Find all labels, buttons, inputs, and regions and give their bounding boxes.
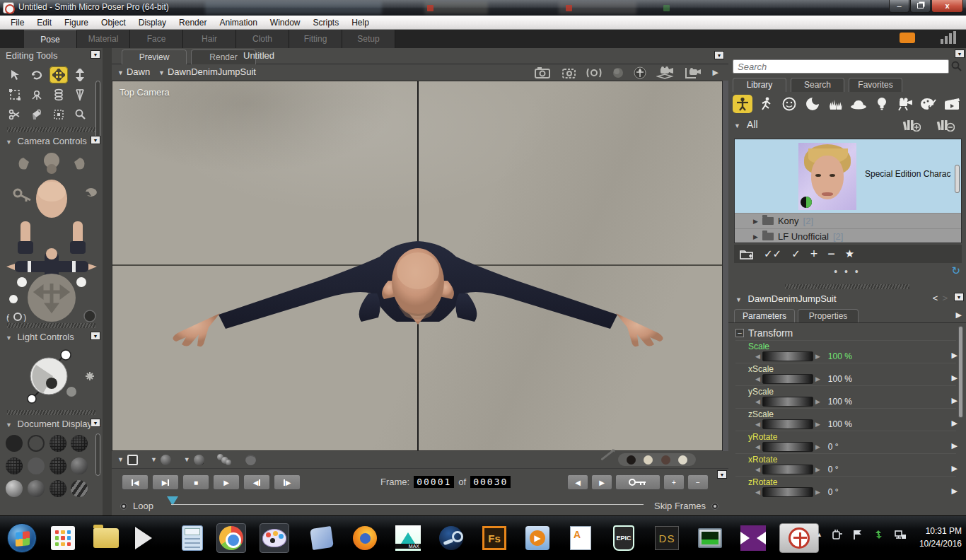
remove-library-icon[interactable] xyxy=(936,117,955,132)
menu-animation[interactable]: Animation xyxy=(213,16,263,29)
taskbar-perfmon-icon[interactable] xyxy=(695,523,725,553)
taskbar-mediaplayer-icon[interactable]: ▶ xyxy=(523,523,552,553)
history-next-icon[interactable]: > xyxy=(942,293,948,303)
param-options-icon[interactable]: ▶ xyxy=(952,486,958,496)
morphing-tool[interactable] xyxy=(6,106,24,123)
flyaround-camera-icon[interactable] xyxy=(560,67,576,78)
library-folder-lf-unofficial[interactable]: ▶ LF Unofficial [2] xyxy=(735,228,961,243)
edit-keyframes-button[interactable] xyxy=(615,474,661,490)
dial-increase-icon[interactable]: ▶ xyxy=(815,398,820,405)
tray-sync-icon[interactable] xyxy=(873,529,885,540)
category-poses[interactable] xyxy=(756,95,776,113)
param-dial[interactable] xyxy=(762,419,813,429)
light-controls-graphic[interactable] xyxy=(2,344,101,409)
category-lights[interactable] xyxy=(872,95,892,113)
figure-style-select[interactable]: ▼ xyxy=(151,455,171,465)
library-all-label[interactable]: All xyxy=(747,119,758,130)
chevron-down-icon[interactable]: ▼ xyxy=(734,122,740,129)
param-label[interactable]: zRotate xyxy=(748,477,777,487)
restore-button[interactable] xyxy=(910,0,931,13)
ground-color-swatch[interactable] xyxy=(678,455,687,465)
library-scrollbar[interactable] xyxy=(955,165,960,193)
step-back-button[interactable]: ◀ xyxy=(243,474,270,490)
tray-network-icon[interactable] xyxy=(894,529,907,540)
style-smooth-lined[interactable] xyxy=(28,480,45,497)
menu-display[interactable]: Display xyxy=(132,16,173,29)
loop-radio[interactable] xyxy=(120,503,127,510)
direct-manipulation-tool[interactable] xyxy=(50,106,68,123)
room-tab-material[interactable]: Material xyxy=(77,30,130,48)
tab-properties[interactable]: Properties xyxy=(798,309,859,322)
taskbar-wordpad-icon[interactable] xyxy=(566,523,595,553)
figure-top-view[interactable] xyxy=(112,81,723,451)
style-flat-shaded[interactable] xyxy=(28,457,45,474)
menu-window[interactable]: Window xyxy=(264,16,307,29)
posing-camera-icon[interactable] xyxy=(634,66,646,79)
library-resize-dots[interactable]: • • • xyxy=(728,266,966,279)
taskbar-unity-icon[interactable] xyxy=(134,523,164,553)
stop-button[interactable]: ■ xyxy=(182,474,209,490)
dial-decrease-icon[interactable]: ◀ xyxy=(755,375,760,383)
param-value[interactable]: 100 % xyxy=(828,374,852,384)
add-keyframe-button[interactable]: + xyxy=(663,474,685,490)
param-dial[interactable] xyxy=(762,351,813,361)
style-sketch[interactable] xyxy=(71,480,88,497)
rotate-tool[interactable] xyxy=(28,66,46,83)
param-label[interactable]: xRotate xyxy=(748,455,777,465)
delete-keyframe-button[interactable]: − xyxy=(687,474,709,490)
camera-icon[interactable] xyxy=(535,67,550,78)
menu-render[interactable]: Render xyxy=(173,16,213,29)
style-cartoon[interactable] xyxy=(71,457,88,474)
favorite-star-icon[interactable]: ★ xyxy=(845,247,854,260)
param-options-icon[interactable]: ▶ xyxy=(952,373,958,383)
collapse-transform-button[interactable]: – xyxy=(735,329,744,337)
taskbar-explorer-icon[interactable] xyxy=(91,523,121,553)
remove-from-library-icon[interactable]: − xyxy=(827,247,835,262)
category-hands[interactable] xyxy=(826,95,846,113)
first-frame-button[interactable]: ◀ xyxy=(122,474,149,490)
style-silhouette[interactable] xyxy=(6,435,23,452)
style-hidden-line[interactable] xyxy=(71,435,88,452)
multi-style-icon[interactable] xyxy=(217,454,233,465)
add-to-library-icon[interactable]: + xyxy=(810,247,818,262)
panel-resize-handle[interactable] xyxy=(7,323,95,328)
feedback-chat-icon[interactable] xyxy=(900,33,915,43)
chevron-down-icon[interactable]: ▼ xyxy=(735,296,742,303)
tab-parameters[interactable]: Parameters xyxy=(734,309,795,322)
parameters-menu-button[interactable]: ▼ xyxy=(954,293,964,301)
dial-increase-icon[interactable]: ▶ xyxy=(815,489,820,496)
taskbar-3dsmax-icon[interactable]: MAX xyxy=(393,523,423,553)
chain-break-tool[interactable] xyxy=(50,86,68,103)
dial-decrease-icon[interactable]: ◀ xyxy=(755,466,760,473)
display-style-scrollbar[interactable] xyxy=(95,433,100,476)
history-prev-icon[interactable]: < xyxy=(933,293,938,303)
dial-decrease-icon[interactable]: ◀ xyxy=(755,489,760,496)
style-smooth-shaded[interactable] xyxy=(6,480,23,497)
category-cameras[interactable] xyxy=(895,95,915,113)
parameters-scrollbar[interactable] xyxy=(958,326,963,418)
color-tool[interactable] xyxy=(28,106,46,123)
menu-file[interactable]: File xyxy=(4,16,30,29)
panel-resize-handle[interactable] xyxy=(7,410,95,415)
room-tab-face[interactable]: Face xyxy=(130,30,183,48)
collapse-triangle-icon[interactable]: ▼ xyxy=(6,421,12,428)
tray-flag-icon[interactable] xyxy=(852,529,863,540)
style-wireframe[interactable] xyxy=(50,435,66,452)
aux-camera-icon[interactable] xyxy=(685,66,703,79)
element-selector[interactable]: ▼DawnDenimJumpSuit xyxy=(158,66,256,77)
taskbar-daz-icon[interactable]: DS xyxy=(652,523,682,553)
document-menu-button[interactable]: ▼ xyxy=(714,51,724,59)
viewport-top-camera[interactable]: Top Camera xyxy=(112,81,723,451)
element-style-select[interactable]: ▼ xyxy=(184,455,204,465)
last-frame-button[interactable]: ▶ xyxy=(152,474,179,490)
param-label[interactable]: zScale xyxy=(748,409,774,419)
room-tab-hair[interactable]: Hair xyxy=(183,30,236,48)
dial-decrease-icon[interactable]: ◀ xyxy=(755,353,760,360)
document-style-select[interactable]: ▼ xyxy=(117,455,138,465)
search-icon[interactable] xyxy=(951,61,962,71)
background-color-swatch[interactable] xyxy=(627,455,636,465)
taskbar-chrome-icon[interactable] xyxy=(216,523,246,553)
light-controls-menu-button[interactable]: ▼ xyxy=(91,332,100,340)
taskbar-steam-icon[interactable] xyxy=(436,523,466,553)
room-tab-pose[interactable]: Pose xyxy=(24,30,77,48)
